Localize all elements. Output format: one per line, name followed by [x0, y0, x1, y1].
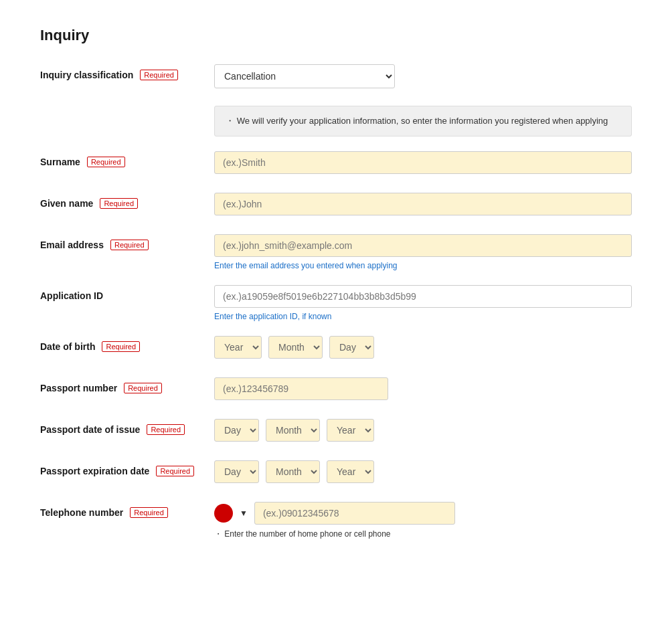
passport-expiration-selects: Day Month Year — [214, 460, 632, 483]
page-title: Inquiry — [40, 27, 632, 44]
surname-label: Surname — [40, 157, 80, 167]
passport-number-label: Passport number — [40, 383, 117, 393]
passport-expiration-row: Passport expiration date Required Day Mo… — [40, 460, 632, 487]
email-required: Required — [110, 240, 149, 250]
passport-expiration-year-select[interactable]: Year — [327, 460, 374, 483]
inquiry-classification-label-col: Inquiry classification Required — [40, 64, 214, 80]
telephone-required: Required — [130, 507, 168, 518]
passport-number-row: Passport number Required — [40, 377, 632, 404]
passport-number-label-col: Passport number Required — [40, 377, 214, 393]
passport-issue-control: Day Month Year — [214, 419, 632, 442]
info-box-control: ・ We will verify your application inform… — [214, 106, 632, 136]
telephone-label-col: Telephone number Required — [40, 502, 214, 518]
given-name-row: Given name Required — [40, 193, 632, 219]
info-box-row: ・ We will verify your application inform… — [40, 106, 632, 136]
inquiry-classification-row: Inquiry classification Required Cancella… — [40, 64, 632, 91]
dob-row: Date of birth Required Year Month Day — [40, 336, 632, 363]
passport-expiration-control: Day Month Year — [214, 460, 632, 483]
application-id-label-col: Application ID — [40, 285, 214, 301]
passport-expiration-required: Required — [156, 466, 194, 476]
passport-issue-day-select[interactable]: Day — [214, 419, 259, 442]
passport-issue-year-select[interactable]: Year — [327, 419, 374, 442]
passport-number-input[interactable] — [214, 377, 388, 400]
telephone-input[interactable] — [254, 502, 455, 525]
email-input[interactable] — [214, 234, 632, 257]
dob-required: Required — [102, 341, 140, 352]
application-id-row: Application ID Enter the application ID,… — [40, 285, 632, 321]
telephone-control: ▼ ・ Enter the number of home phone or ce… — [214, 502, 632, 540]
inquiry-classification-select[interactable]: Cancellation Other — [214, 64, 395, 88]
telephone-row: Telephone number Required ▼ ・ Enter the … — [40, 502, 632, 540]
email-hint: Enter the email address you entered when… — [214, 261, 632, 270]
passport-expiration-label-col: Passport expiration date Required — [40, 460, 214, 476]
dob-year-select[interactable]: Year — [214, 336, 262, 359]
passport-issue-required: Required — [147, 424, 185, 435]
surname-control — [214, 151, 632, 174]
dob-control: Year Month Day — [214, 336, 632, 359]
email-control: Enter the email address you entered when… — [214, 234, 632, 270]
passport-issue-row: Passport date of issue Required Day Mont… — [40, 419, 632, 446]
info-box: ・ We will verify your application inform… — [214, 106, 632, 136]
passport-issue-month-select[interactable]: Month — [266, 419, 320, 442]
passport-issue-label: Passport date of issue — [40, 424, 140, 435]
inquiry-classification-required: Required — [140, 70, 178, 80]
passport-issue-label-col: Passport date of issue Required — [40, 419, 214, 435]
inquiry-classification-control: Cancellation Other — [214, 64, 632, 88]
dob-month-select[interactable]: Month — [268, 336, 323, 359]
telephone-hint: ・ Enter the number of home phone or cell… — [214, 529, 632, 540]
application-id-control: Enter the application ID, if known — [214, 285, 632, 321]
telephone-label: Telephone number — [40, 507, 123, 518]
passport-number-control — [214, 377, 632, 400]
email-row: Email address Required Enter the email a… — [40, 234, 632, 270]
dob-label-col: Date of birth Required — [40, 336, 214, 352]
info-bullet: ・ — [226, 116, 237, 126]
application-id-input[interactable] — [214, 285, 632, 308]
surname-label-col: Surname Required — [40, 151, 214, 167]
given-name-required: Required — [100, 198, 138, 209]
inquiry-classification-label: Inquiry classification — [40, 70, 133, 80]
dob-day-select[interactable]: Day — [329, 336, 374, 359]
passport-expiration-day-select[interactable]: Day — [214, 460, 259, 483]
passport-expiration-month-select[interactable]: Month — [266, 460, 320, 483]
given-name-control — [214, 193, 632, 215]
telephone-country-dropdown[interactable]: ▼ — [238, 509, 249, 518]
dob-selects: Year Month Day — [214, 336, 632, 359]
passport-number-required: Required — [124, 383, 162, 393]
surname-row: Surname Required — [40, 151, 632, 178]
passport-issue-selects: Day Month Year — [214, 419, 632, 442]
given-name-input[interactable] — [214, 193, 632, 215]
telephone-input-row: ▼ — [214, 502, 632, 525]
telephone-flag-icon — [214, 504, 233, 523]
email-label-col: Email address Required — [40, 234, 214, 250]
email-label: Email address — [40, 240, 104, 250]
application-id-hint: Enter the application ID, if known — [214, 312, 632, 321]
surname-input[interactable] — [214, 151, 632, 174]
given-name-label-col: Given name Required — [40, 193, 214, 209]
dob-label: Date of birth — [40, 341, 95, 352]
given-name-label: Given name — [40, 198, 93, 209]
surname-required: Required — [87, 157, 125, 167]
passport-expiration-label: Passport expiration date — [40, 466, 149, 476]
info-box-text: We will verify your application informat… — [237, 116, 608, 126]
application-id-label: Application ID — [40, 290, 103, 301]
